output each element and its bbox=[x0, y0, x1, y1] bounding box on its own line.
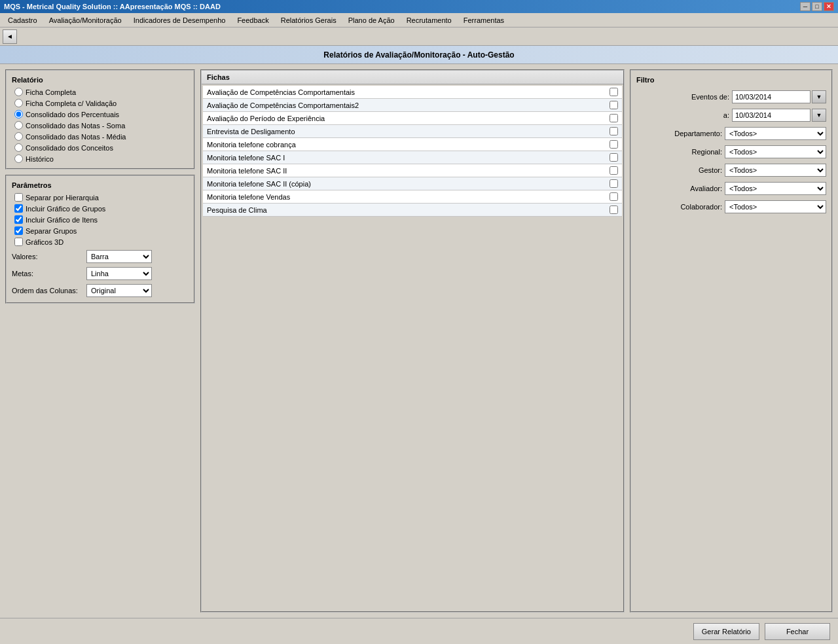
menu-avaliacao[interactable]: Avaliação/Monitoração bbox=[44, 14, 127, 26]
radio-historico-label: Histórico bbox=[26, 155, 54, 163]
gestor-row: Gestor: <Todos> bbox=[636, 164, 826, 177]
radio-consolidado-notas-media-input[interactable] bbox=[14, 132, 23, 141]
ficha-checkbox[interactable] bbox=[610, 127, 618, 135]
menu-cadastro[interactable]: Cadastro bbox=[3, 14, 43, 26]
page-title-bar: Relatórios de Avaliação/Monitoração - Au… bbox=[0, 46, 838, 64]
radio-consolidado-conceitos-input[interactable] bbox=[14, 143, 23, 152]
ficha-name: Monitoria telefone SAC II (cópia) bbox=[207, 180, 311, 188]
ficha-checkbox[interactable] bbox=[610, 206, 618, 214]
filtro-panel: Filtro Eventos de: ▼ a: ▼ Departamento: … bbox=[630, 69, 833, 613]
main-content: Relatório Ficha Completa Ficha Completa … bbox=[0, 64, 838, 618]
valores-row: Valores: Barra Linha Área bbox=[12, 250, 189, 263]
radio-consolidado-percentuais[interactable]: Consolidado dos Percentuais bbox=[14, 110, 189, 118]
avaliador-select[interactable]: <Todos> bbox=[725, 182, 826, 195]
cb-graficos-3d-input[interactable] bbox=[14, 238, 23, 246]
left-panel: Relatório Ficha Completa Ficha Completa … bbox=[5, 69, 195, 613]
radio-ficha-completa[interactable]: Ficha Completa bbox=[14, 88, 189, 96]
ficha-item: Monitoria telefone SAC I bbox=[203, 151, 622, 164]
fichas-panel: Fichas Avaliação de Competências Comport… bbox=[200, 69, 625, 613]
departamento-label: Departamento: bbox=[674, 130, 722, 137]
cb-separar-hierarquia-input[interactable] bbox=[14, 193, 23, 202]
a-calendar-button[interactable]: ▼ bbox=[812, 109, 826, 122]
eventos-de-input[interactable] bbox=[732, 90, 811, 103]
menu-plano[interactable]: Plano de Ação bbox=[343, 14, 400, 26]
ordem-colunas-select[interactable]: Original Alfabética Decrescente bbox=[86, 284, 152, 297]
menu-ferramentas[interactable]: Ferramentas bbox=[458, 14, 509, 26]
gestor-label: Gestor: bbox=[699, 166, 722, 174]
cb-incluir-grafico-grupos[interactable]: Incluir Gráfico de Grupos bbox=[14, 204, 189, 213]
ficha-checkbox[interactable] bbox=[610, 140, 618, 149]
ficha-checkbox[interactable] bbox=[610, 166, 618, 175]
relatorio-section: Relatório Ficha Completa Ficha Completa … bbox=[5, 69, 195, 170]
ficha-checkbox[interactable] bbox=[610, 179, 618, 188]
radio-consolidado-conceitos-label: Consolidado dos Conceitos bbox=[26, 144, 113, 152]
menu-relatorios[interactable]: Relatórios Gerais bbox=[276, 14, 342, 26]
fechar-button[interactable]: Fechar bbox=[765, 623, 830, 640]
close-button[interactable]: ✕ bbox=[824, 2, 834, 11]
menu-indicadores[interactable]: Indicadores de Desempenho bbox=[128, 14, 231, 26]
a-label: a: bbox=[723, 111, 729, 119]
toolbar-back-button[interactable]: ◄ bbox=[3, 29, 17, 44]
cb-incluir-grafico-itens-input[interactable] bbox=[14, 215, 23, 224]
ordem-colunas-label: Ordem das Colunas: bbox=[12, 287, 84, 295]
radio-consolidado-notas-soma-input[interactable] bbox=[14, 121, 23, 130]
ficha-item: Monitoria telefone cobrança bbox=[203, 138, 622, 151]
regional-label: Regional: bbox=[692, 148, 722, 156]
ficha-checkbox[interactable] bbox=[610, 88, 618, 96]
menu-feedback[interactable]: Feedback bbox=[232, 14, 274, 26]
ficha-name: Monitoria telefone cobrança bbox=[207, 141, 296, 149]
radio-historico-input[interactable] bbox=[14, 154, 23, 163]
ficha-name: Monitoria telefone SAC I bbox=[207, 154, 285, 162]
eventos-de-calendar-button[interactable]: ▼ bbox=[812, 90, 826, 103]
radio-ficha-completa-validacao[interactable]: Ficha Completa c/ Validação bbox=[14, 99, 189, 107]
radio-consolidado-notas-media[interactable]: Consolidado das Notas - Média bbox=[14, 132, 189, 141]
cb-separar-grupos-label: Separar Grupos bbox=[26, 227, 77, 235]
eventos-de-label: Eventos de: bbox=[691, 93, 729, 101]
radio-consolidado-notas-soma[interactable]: Consolidado das Notas - Soma bbox=[14, 121, 189, 130]
cb-incluir-grafico-grupos-input[interactable] bbox=[14, 204, 23, 213]
cb-graficos-3d[interactable]: Gráficos 3D bbox=[14, 238, 189, 246]
relatorio-title: Relatório bbox=[12, 76, 189, 84]
cb-separar-grupos[interactable]: Separar Grupos bbox=[14, 226, 189, 235]
colaborador-select[interactable]: <Todos> bbox=[725, 200, 826, 213]
avaliador-row: Avaliador: <Todos> bbox=[636, 182, 826, 195]
regional-select[interactable]: <Todos> bbox=[725, 145, 826, 158]
cb-separar-hierarquia[interactable]: Separar por Hierarquia bbox=[14, 193, 189, 202]
gerar-relatorio-button[interactable]: Gerar Relatório bbox=[693, 623, 759, 640]
gestor-select[interactable]: <Todos> bbox=[725, 164, 826, 177]
parametros-section: Parâmetros Separar por Hierarquia Inclui… bbox=[5, 175, 195, 304]
a-input[interactable] bbox=[732, 109, 811, 122]
ficha-item: Monitoria telefone SAC II (cópia) bbox=[203, 177, 622, 190]
colaborador-row: Colaborador: <Todos> bbox=[636, 200, 826, 213]
radio-consolidado-conceitos[interactable]: Consolidado dos Conceitos bbox=[14, 143, 189, 152]
ficha-item: Monitoria telefone Vendas bbox=[203, 190, 622, 204]
eventos-de-row: Eventos de: ▼ bbox=[636, 90, 826, 103]
maximize-button[interactable]: □ bbox=[812, 2, 822, 11]
ficha-checkbox[interactable] bbox=[610, 101, 618, 109]
ficha-checkbox[interactable] bbox=[610, 192, 618, 201]
ficha-checkbox[interactable] bbox=[610, 114, 618, 122]
departamento-select[interactable]: <Todos> bbox=[725, 127, 826, 140]
radio-ficha-completa-validacao-input[interactable] bbox=[14, 99, 23, 107]
radio-ficha-completa-label: Ficha Completa bbox=[26, 88, 76, 96]
cb-incluir-grafico-grupos-label: Incluir Gráfico de Grupos bbox=[26, 205, 105, 213]
ficha-item: Entrevista de Desligamento bbox=[203, 125, 622, 138]
minimize-button[interactable]: ─ bbox=[800, 2, 811, 11]
radio-consolidado-notas-soma-label: Consolidado das Notas - Soma bbox=[26, 122, 125, 130]
ficha-name: Monitoria telefone SAC II bbox=[207, 167, 287, 175]
valores-label: Valores: bbox=[12, 253, 84, 260]
ficha-item: Avaliação de Competências Comportamentai… bbox=[203, 86, 622, 99]
cb-incluir-grafico-itens[interactable]: Incluir Gráfico de Itens bbox=[14, 215, 189, 224]
valores-select[interactable]: Barra Linha Área bbox=[86, 250, 152, 263]
menu-recrutamento[interactable]: Recrutamento bbox=[401, 14, 457, 26]
radio-ficha-completa-input[interactable] bbox=[14, 88, 23, 96]
ficha-checkbox[interactable] bbox=[610, 153, 618, 162]
colaborador-label: Colaborador: bbox=[680, 203, 722, 211]
radio-historico[interactable]: Histórico bbox=[14, 154, 189, 163]
metas-label: Metas: bbox=[12, 270, 84, 277]
ficha-name: Avaliação do Período de Experiência bbox=[207, 115, 325, 122]
metas-select[interactable]: Linha Barra Área bbox=[86, 267, 152, 280]
cb-separar-grupos-input[interactable] bbox=[14, 226, 23, 235]
ficha-item: Monitoria telefone SAC II bbox=[203, 164, 622, 177]
radio-consolidado-percentuais-input[interactable] bbox=[14, 110, 23, 118]
